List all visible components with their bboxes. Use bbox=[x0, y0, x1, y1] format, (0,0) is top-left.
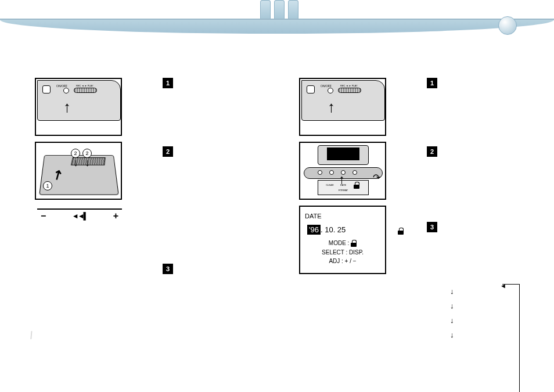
power-button-icon bbox=[328, 88, 333, 93]
plus-label: + bbox=[113, 211, 118, 221]
date-value: '96. 10. 25 bbox=[307, 225, 380, 234]
arrow-up-icon: ↑ bbox=[328, 98, 335, 116]
down-arrow-icon: ↓ bbox=[450, 301, 454, 310]
side-lock bbox=[398, 226, 404, 235]
year-highlight: '96 bbox=[307, 225, 321, 235]
lcd-screen-icon bbox=[327, 148, 359, 160]
lock-icon bbox=[354, 182, 359, 189]
arrow-icon: ↓ bbox=[73, 157, 78, 169]
mode-label: MODE : bbox=[329, 240, 351, 246]
camera-perspective: 2 2 1 ↗ ↓ ↓ bbox=[37, 145, 121, 197]
fig-right-2: CLEAR DATE FORMAT ↑ ↷ bbox=[299, 142, 386, 200]
device-top-bar bbox=[0, 0, 554, 34]
step-1: 1 bbox=[427, 78, 437, 88]
mode-slider-icon bbox=[338, 88, 361, 93]
step-2: 2 bbox=[163, 146, 173, 157]
step-3: 3 bbox=[163, 264, 173, 274]
right-figures: ON/OFF REC ◄ ► PLAY ↑ CLEA bbox=[299, 78, 386, 274]
page-content: ON/OFF REC ◄ ► PLAY ↑ 2 2 1 ↗ ↓ bbox=[0, 36, 554, 392]
arrow-up-icon: ↑ bbox=[63, 98, 71, 116]
button-dot-icon bbox=[329, 170, 334, 175]
binder-tabs bbox=[260, 0, 298, 19]
fig-left-1: ON/OFF REC ◄ ► PLAY ↑ bbox=[35, 78, 122, 136]
tab bbox=[274, 0, 285, 19]
right-column: ON/OFF REC ◄ ► PLAY ↑ CLEA bbox=[299, 78, 543, 274]
top-curve bbox=[0, 19, 554, 34]
minus-label: − bbox=[41, 211, 46, 221]
lock-icon bbox=[351, 240, 357, 247]
left-column: ON/OFF REC ◄ ► PLAY ↑ 2 2 1 ↗ ↓ bbox=[35, 78, 279, 206]
camera-top-view: ON/OFF REC ◄ ► PLAY ↑ bbox=[37, 80, 121, 121]
arrow-up-icon: ↑ bbox=[339, 172, 345, 187]
knob bbox=[498, 16, 517, 35]
viewfinder-icon bbox=[307, 85, 315, 93]
mode-line: MODE : bbox=[305, 240, 380, 247]
left-figures: ON/OFF REC ◄ ► PLAY ↑ 2 2 1 ↗ ↓ bbox=[35, 78, 122, 206]
fig-left-2: 2 2 1 ↗ ↓ ↓ bbox=[35, 142, 122, 200]
fig-right-1: ON/OFF REC ◄ ► PLAY ↑ bbox=[299, 78, 386, 136]
flow-return-line bbox=[502, 284, 520, 392]
tab bbox=[288, 0, 298, 19]
lock-icon bbox=[398, 228, 404, 235]
date-rest: . 10. 25 bbox=[321, 225, 346, 234]
date-title: DATE bbox=[305, 213, 380, 220]
camera-bottom-view: CLEAR DATE FORMAT ↑ ↷ bbox=[301, 144, 385, 199]
curve-arrow-icon: ↷ bbox=[373, 172, 380, 183]
down-arrow-icon: ↓ bbox=[450, 316, 454, 325]
date-display: DATE '96. 10. 25 MODE : SELECT : DISP. A… bbox=[299, 206, 386, 274]
step-3: 3 bbox=[427, 222, 437, 232]
power-button-icon bbox=[63, 88, 69, 93]
rewind-icon: ◄◄▌ bbox=[72, 212, 87, 220]
select-line: SELECT : DISP. bbox=[305, 249, 380, 256]
arrow-icon: ↓ bbox=[85, 157, 90, 169]
callout-1: 1 bbox=[43, 181, 52, 190]
down-arrow-icon: ↓ bbox=[450, 330, 454, 339]
lock-label bbox=[351, 182, 362, 189]
flow-arrows: ↓ ↓ ↓ ↓ bbox=[450, 281, 454, 345]
note-icon bbox=[25, 329, 37, 340]
viewfinder-icon bbox=[42, 85, 51, 93]
mode-slider-icon bbox=[74, 88, 97, 93]
adj-line: ADJ : + / − bbox=[305, 258, 380, 264]
arrow-left-icon: ◄ bbox=[500, 282, 506, 289]
camera-top-view: ON/OFF REC ◄ ► PLAY ↑ bbox=[301, 80, 385, 121]
button-dot-icon bbox=[352, 170, 357, 175]
down-arrow-icon: ↓ bbox=[450, 287, 454, 296]
rec-play-label: REC ◄ ► PLAY bbox=[76, 84, 93, 87]
rec-play-label: REC ◄ ► PLAY bbox=[340, 84, 358, 87]
button-dot-icon bbox=[318, 170, 322, 175]
step-2: 2 bbox=[427, 146, 437, 157]
step-1: 1 bbox=[163, 78, 173, 88]
tab bbox=[260, 0, 271, 19]
clear-label: CLEAR bbox=[325, 184, 335, 186]
format-label: FORMAT bbox=[338, 189, 348, 192]
zoom-bar: − ◄◄▌ + bbox=[37, 208, 122, 221]
